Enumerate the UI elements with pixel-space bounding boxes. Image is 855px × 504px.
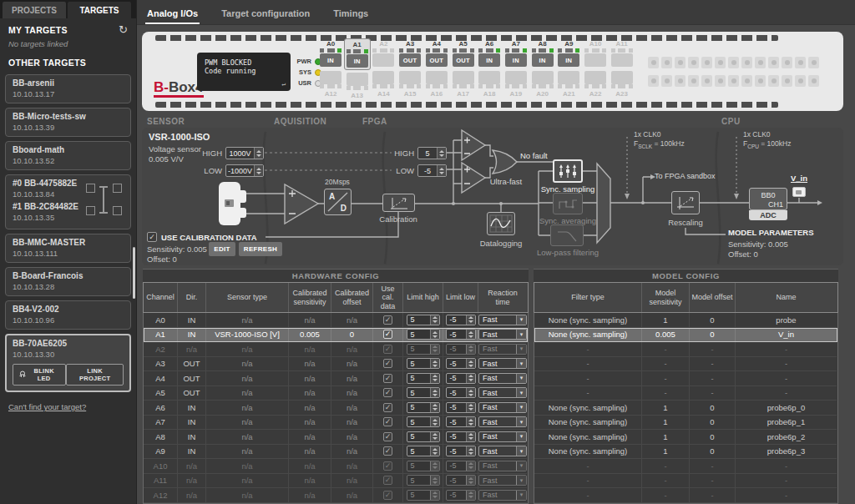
fpga-high-spinner[interactable]: 5 (417, 147, 447, 159)
reaction-select[interactable]: Fast▾ (478, 416, 527, 427)
channel-column-a3[interactable]: A3OUTA15 (397, 38, 423, 98)
channel-column-a9[interactable]: A9INA21 (555, 38, 582, 98)
reaction-select[interactable]: Fast▾ (478, 329, 527, 340)
use-cal-checkbox[interactable]: ✓ (383, 359, 392, 368)
spinner-arrows[interactable] (430, 432, 439, 441)
spinner-arrows[interactable] (466, 388, 475, 397)
use-cal-checkbox[interactable]: ✓ (383, 432, 392, 441)
spinner-arrows[interactable] (466, 417, 475, 426)
channel-a1[interactable]: A1IN (344, 38, 371, 70)
model-row-a5[interactable]: ---- (534, 386, 837, 401)
table-row-a2[interactable]: A2n/an/an/an/a✓5-5Fast▾ (144, 342, 528, 357)
model-row-a7[interactable]: None (sync. sampling)10probe6p_1 (534, 416, 837, 431)
limit-spinner[interactable]: -5 (446, 490, 476, 501)
link-project-button[interactable]: LINK PROJECT (66, 364, 124, 386)
reaction-select[interactable]: Fast▾ (478, 358, 527, 369)
channel-a8[interactable]: A8IN (529, 38, 556, 68)
channel-column-a8[interactable]: A8INA20 (529, 38, 556, 98)
limit-spinner[interactable]: -5 (446, 315, 476, 325)
spinner-arrows[interactable] (466, 330, 475, 339)
limit-spinner[interactable]: 5 (407, 344, 440, 355)
table-row-a11[interactable]: A11n/an/an/an/a✓5-5Fast▾ (144, 474, 528, 489)
tab-targets[interactable]: TARGETS (68, 2, 131, 18)
spinner-arrows[interactable] (466, 403, 475, 412)
limit-spinner[interactable]: 5 (407, 461, 440, 471)
limit-spinner[interactable]: 5 (407, 373, 440, 384)
limit-spinner[interactable]: -5 (446, 446, 476, 456)
channel-a9[interactable]: A9IN (555, 38, 582, 68)
cant-find-target-link[interactable]: Can't find your target? (8, 402, 128, 411)
use-cal-checkbox[interactable]: ✓ (383, 330, 392, 339)
reaction-select[interactable]: Fast▾ (478, 461, 527, 471)
reaction-select[interactable]: Fast▾ (478, 475, 527, 486)
use-cal-checkbox[interactable]: ✓ (383, 417, 392, 426)
limit-spinner[interactable]: -5 (446, 329, 476, 340)
table-row-a3[interactable]: A3OUTn/an/an/a✓5-5Fast▾ (144, 357, 528, 372)
reaction-select[interactable]: Fast▾ (478, 490, 527, 501)
datalogging-box[interactable] (487, 212, 515, 235)
use-cal-checkbox[interactable]: ✓ (383, 476, 392, 485)
table-row-a0[interactable]: A0INn/an/an/a✓5-5Fast▾ (144, 313, 528, 328)
reaction-select[interactable]: Fast▾ (478, 373, 527, 384)
spinner-arrows[interactable] (437, 148, 446, 159)
channel-column-a6[interactable]: A6INA18 (476, 38, 503, 98)
limit-spinner[interactable]: -5 (446, 387, 476, 398)
spinner-arrows[interactable] (430, 417, 439, 426)
channel-a5[interactable]: A5OUT (450, 38, 477, 68)
table-row-a6[interactable]: A6INn/an/an/a✓5-5Fast▾ (144, 401, 528, 416)
channel-a11[interactable]: A11 (609, 38, 635, 68)
use-cal-checkbox[interactable]: ✓ (383, 345, 392, 354)
spinner-arrows[interactable] (466, 461, 475, 471)
channel-column-a5[interactable]: A5OUTA17 (450, 38, 477, 98)
channel-column-a2[interactable]: A2A14 (370, 38, 397, 98)
tab-analog-i-os[interactable]: Analog I/Os (145, 3, 200, 24)
target-card[interactable]: BB-70AE620510.10.13.30BLINK LEDLINK PROJ… (5, 334, 131, 392)
target-card[interactable]: #0 BB-4475882E10.10.13.84#1 BB-2C84482E1… (5, 174, 131, 229)
limit-spinner[interactable]: 5 (407, 387, 440, 398)
model-row-a1[interactable]: None (sync. sampling)0.0050V_in (534, 328, 837, 343)
spinner-arrows[interactable] (430, 330, 439, 339)
spinner-arrows[interactable] (430, 315, 439, 325)
limit-spinner[interactable]: -5 (446, 431, 476, 442)
spinner-arrows[interactable] (430, 388, 439, 397)
channel-column-a4[interactable]: A4OUTA16 (423, 38, 450, 98)
model-row-a0[interactable]: None (sync. sampling)10probe (534, 313, 837, 328)
calibration-box[interactable] (382, 194, 415, 212)
spinner-arrows[interactable] (254, 148, 263, 159)
target-card[interactable]: BB-MMC-MASTER10.10.13.111 (5, 234, 131, 263)
model-row-a3[interactable]: ---- (534, 357, 837, 372)
limit-spinner[interactable]: -5 (446, 344, 476, 355)
low-pass-box[interactable] (550, 224, 584, 246)
use-cal-checkbox[interactable]: ✓ (383, 315, 392, 325)
limit-spinner[interactable]: 5 (407, 446, 440, 456)
channel-a6[interactable]: A6IN (476, 38, 503, 68)
reaction-select[interactable]: Fast▾ (478, 344, 527, 355)
spinner-arrows[interactable] (430, 446, 439, 456)
limit-spinner[interactable]: 5 (407, 315, 440, 325)
channel-a7[interactable]: A7IN (503, 38, 529, 68)
limit-spinner[interactable]: 5 (407, 416, 440, 427)
limit-spinner[interactable]: 5 (407, 402, 440, 413)
limit-spinner[interactable]: -5 (446, 358, 476, 369)
limit-spinner[interactable]: -5 (446, 373, 476, 384)
use-cal-checkbox[interactable]: ✓ (383, 446, 392, 456)
model-row-a2[interactable]: ---- (534, 342, 837, 357)
use-calibration-checkbox[interactable]: ✓ (147, 232, 157, 242)
table-row-a9[interactable]: A9INn/an/an/a✓5-5Fast▾ (144, 445, 528, 460)
spinner-arrows[interactable] (466, 315, 475, 325)
channel-a3[interactable]: A3OUT (397, 38, 423, 68)
spinner-arrows[interactable] (466, 374, 475, 383)
table-row-a4[interactable]: A4OUTn/an/an/a✓5-5Fast▾ (144, 371, 528, 386)
blink-led-button[interactable]: BLINK LED (13, 364, 66, 386)
table-row-a10[interactable]: A10n/an/an/an/a✓5-5Fast▾ (144, 459, 528, 474)
spinner-arrows[interactable] (430, 359, 439, 368)
model-row-a6[interactable]: None (sync. sampling)10probe6p_0 (534, 401, 837, 416)
spinner-arrows[interactable] (466, 476, 475, 485)
tab-projects[interactable]: PROJECTS (3, 2, 66, 18)
spinner-arrows[interactable] (466, 359, 475, 368)
channel-a4[interactable]: A4OUT (423, 38, 450, 68)
model-row-a4[interactable]: ---- (534, 371, 837, 386)
use-cal-checkbox[interactable]: ✓ (383, 403, 392, 412)
limit-spinner[interactable]: -5 (446, 402, 476, 413)
target-card[interactable]: BB4-V2-00210.10.10.96 (5, 300, 131, 330)
